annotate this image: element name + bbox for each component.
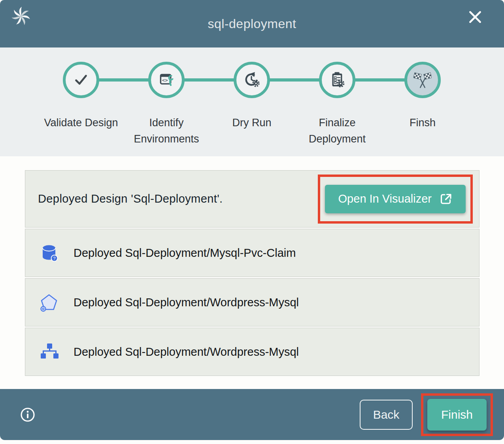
- back-button[interactable]: Back: [360, 400, 413, 430]
- code-window-wrench-icon: <>: [157, 71, 176, 89]
- modal-footer: Back Finish: [0, 389, 504, 440]
- deployed-item-text: Deployed Sql-Deployment/Mysql-Pvc-Claim: [74, 247, 296, 260]
- checkmark-icon: [72, 71, 90, 89]
- deployed-item-row: Deployed Sql-Deployment/Wordpress-Mysql: [25, 278, 479, 326]
- deployed-item-row: ? Deployed Sql-Deployment/Mysql-Pvc-Clai…: [25, 229, 479, 277]
- deployed-design-row: Deployed Design 'Sql-Deployment'. Open I…: [25, 170, 479, 228]
- svg-text:<>: <>: [162, 77, 168, 83]
- step-dry-run: Dry Run: [209, 47, 294, 156]
- modal-title: sql-deployment: [0, 17, 504, 31]
- step-identify-environments: <> Identify Environments: [124, 47, 209, 156]
- modal-header: sql-deployment: [0, 0, 504, 47]
- hierarchy-icon: [40, 342, 59, 361]
- info-icon: [20, 407, 36, 423]
- close-icon: [467, 9, 483, 25]
- deployed-design-text: Deployed Design 'Sql-Deployment'.: [38, 192, 223, 205]
- step-circle-identify-environments[interactable]: <>: [148, 62, 185, 98]
- deployment-wizard-modal: sql-deployment Validate Design <>: [0, 0, 504, 444]
- close-button[interactable]: [467, 9, 483, 25]
- open-in-visualizer-button[interactable]: Open In Visualizer: [325, 185, 466, 213]
- step-circle-finalize-deployment[interactable]: [319, 62, 355, 98]
- step-label: Dry Run: [232, 115, 271, 131]
- footer-actions: Back Finish: [360, 393, 493, 436]
- deployed-item-text: Deployed Sql-Deployment/Wordpress-Mysql: [74, 345, 299, 359]
- step-label: Finsh: [410, 115, 436, 131]
- step-validate-design: Validate Design: [38, 47, 124, 156]
- svg-text:?: ?: [53, 256, 55, 261]
- redeploy-gear-icon: [243, 71, 261, 89]
- step-label: Identify Environments: [124, 115, 209, 147]
- stepper: Validate Design <> Identify Environments: [0, 47, 504, 156]
- step-label: Validate Design: [44, 115, 118, 131]
- database-icon: ?: [40, 243, 59, 262]
- clipboard-gear-icon: [328, 71, 346, 89]
- step-circle-validate-design[interactable]: [63, 62, 99, 98]
- step-circle-dry-run[interactable]: [234, 62, 270, 98]
- checkered-flags-icon: [413, 71, 432, 89]
- deployment-results: Deployed Design 'Sql-Deployment'. Open I…: [0, 156, 504, 376]
- info-button[interactable]: [20, 407, 36, 423]
- deployed-item-row: Deployed Sql-Deployment/Wordpress-Mysql: [25, 328, 479, 376]
- annotation-highlight-finish: Finish: [421, 393, 493, 436]
- pentagon-component-icon: [40, 293, 59, 312]
- finish-button[interactable]: Finish: [427, 399, 487, 431]
- step-label: Finalize Deployment: [294, 115, 380, 147]
- step-finish: Finsh: [380, 47, 465, 156]
- annotation-highlight-visualizer: Open In Visualizer: [318, 175, 473, 224]
- open-in-visualizer-label: Open In Visualizer: [338, 192, 432, 205]
- deployed-item-text: Deployed Sql-Deployment/Wordpress-Mysql: [74, 296, 299, 309]
- step-circle-finish[interactable]: [404, 62, 441, 98]
- external-link-icon: [440, 193, 452, 205]
- step-finalize-deployment: Finalize Deployment: [294, 47, 380, 156]
